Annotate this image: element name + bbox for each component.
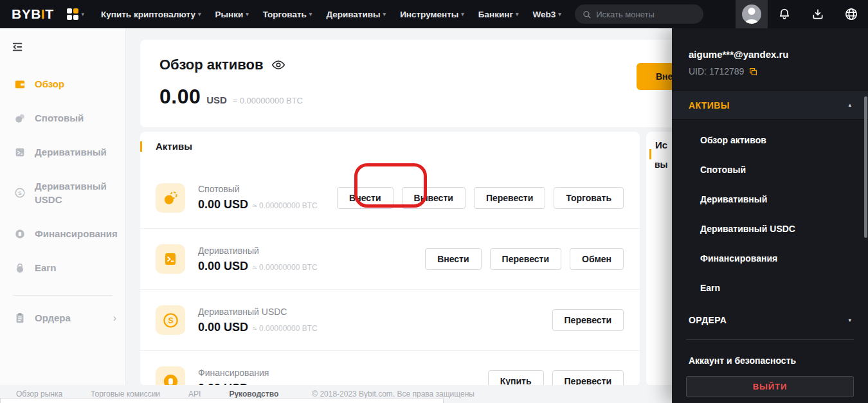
derivatives-asset-icon (156, 244, 185, 274)
chevron-down-icon: ▾ (383, 12, 386, 17)
sidebar-item-derivatives[interactable]: Деривативный (0, 145, 125, 159)
chevron-down-icon: ▾ (198, 12, 201, 17)
footer-link-market-overview[interactable]: Обзор рынка (16, 390, 62, 399)
svg-text:S: S (168, 316, 173, 325)
logout-button[interactable]: ВЫЙТИ (686, 376, 854, 397)
nav-banking[interactable]: Банкинг▾ (478, 10, 519, 19)
sidebar-item-orders[interactable]: Ордера › (0, 311, 125, 325)
derivatives-transfer-button[interactable]: Перевести (490, 248, 561, 270)
panel-item-derivatives[interactable]: Деривативный (672, 194, 868, 204)
sidebar-item-derivatives-usdc[interactable]: S Деривативный USDC (0, 179, 125, 206)
history-section-title-fragment2: вы (655, 159, 668, 170)
sidebar-item-overview[interactable]: Обзор (0, 77, 125, 91)
panel-item-account-security[interactable]: Аккаунт и безопасность (689, 355, 851, 366)
panel-item-earn[interactable]: Earn (672, 283, 868, 293)
bybit-logo[interactable]: BYBIT (12, 6, 54, 22)
total-balance-currency: USD (206, 94, 227, 105)
asset-btc-approx: ≈ 0.00000000 BTC (253, 201, 318, 210)
logo-text: BYB (12, 6, 41, 21)
sidebar-item-label: Обзор (35, 77, 64, 91)
spot-transfer-button[interactable]: Перевести (474, 187, 545, 209)
panel-item-financing[interactable]: Финансирования (672, 253, 868, 264)
spot-trade-button[interactable]: Торговать (554, 187, 624, 209)
asset-row-derivatives-usdc: S Деривативный USDC 0.00 USD ≈ 0.0000000… (140, 289, 640, 350)
language-button[interactable] (835, 7, 868, 21)
asset-amount: 0.00 USD (198, 198, 248, 211)
sidebar-item-label: Earn (35, 261, 56, 274)
sidebar-item-label: Деривативный (35, 145, 107, 159)
sidebar-item-label: Спотовый (35, 111, 84, 125)
spot-asset-icon (156, 183, 185, 213)
sidebar-item-spot[interactable]: Спотовый (0, 111, 125, 125)
chevron-down-icon: ▾ (461, 12, 464, 17)
derivatives-convert-button[interactable]: Обмен (570, 248, 624, 270)
notifications-button[interactable] (768, 8, 801, 21)
usdc-transfer-button[interactable]: Перевести (552, 309, 624, 331)
download-app-button[interactable] (801, 8, 835, 21)
panel-item-spot[interactable]: Спотовый (672, 165, 868, 175)
panel-divider (686, 339, 854, 340)
panel-section-assets[interactable]: АКТИВЫ ▴ (672, 91, 868, 120)
nav-web3[interactable]: Web3▾ (533, 10, 561, 19)
coin-search[interactable] (575, 4, 703, 24)
total-balance-value: 0.00 (159, 85, 201, 109)
download-icon (811, 8, 824, 21)
panel-item-asset-overview[interactable]: Обзор активов (672, 135, 868, 145)
panel-assets-items: Обзор активов Спотовый Деривативный Дери… (672, 135, 868, 293)
main-menu: Купить криптовалюту▾ Рынки▾ Торговать▾ Д… (101, 10, 561, 19)
asset-name: Финансирования (198, 368, 318, 378)
panel-scrollbar[interactable] (864, 96, 867, 238)
clipboard-icon (14, 312, 26, 324)
chevron-down-icon: ▾ (558, 12, 561, 17)
copy-icon[interactable] (749, 67, 757, 76)
sidebar-item-financing[interactable]: Финансирования (0, 227, 125, 240)
funding-circle-icon (14, 228, 26, 240)
history-section-title-fragment: Ис (655, 139, 667, 150)
nav-trade[interactable]: Торговать▾ (263, 10, 312, 19)
spot-withdraw-button[interactable]: Вывести (402, 187, 466, 209)
chevron-down-icon: ▾ (516, 12, 519, 17)
apps-menu-button[interactable]: ▾ (67, 8, 85, 20)
footer-link-guide[interactable]: Руководство (229, 390, 278, 399)
logo-text-suffix: T (45, 6, 53, 21)
sidebar-collapse-button[interactable] (12, 41, 23, 55)
coins-icon (14, 112, 26, 124)
asset-amount: 0.00 USD (198, 321, 248, 334)
search-input[interactable] (596, 10, 696, 19)
nav-buy-crypto[interactable]: Купить криптовалюту▾ (101, 10, 201, 19)
section-accent-bar (140, 141, 142, 152)
account-menu-button[interactable] (736, 0, 768, 28)
panel-orders-header: ОРДЕРА (689, 315, 727, 325)
panel-section-orders[interactable]: ОРДЕРА ▾ (672, 315, 868, 325)
derivatives-deposit-button[interactable]: Внести (425, 248, 481, 270)
sidebar-item-label: Финансирования (35, 227, 111, 240)
footer-link-api[interactable]: API (188, 390, 201, 399)
panel-item-derivatives-usdc[interactable]: Деривативный USDC (672, 224, 868, 234)
eye-icon[interactable] (271, 58, 285, 72)
nav-tools[interactable]: Инструменты▾ (400, 10, 464, 19)
sidebar-item-label: Деривативный USDC (35, 179, 111, 206)
apps-grid-icon (67, 8, 78, 20)
chevron-down-icon: ▾ (848, 318, 851, 323)
chevron-up-icon: ▴ (848, 102, 851, 108)
sidebar-menu: Обзор Спотовый Деривативный S Деривативн… (0, 77, 125, 325)
account-dropdown-panel: aigume***@yandex.ru UID: 1712789 АКТИВЫ … (672, 28, 868, 403)
spot-deposit-button[interactable]: Внести (337, 187, 393, 209)
asset-row-derivatives: Деривативный 0.00 USD ≈ 0.00000000 BTC В… (140, 228, 640, 289)
search-icon (583, 10, 591, 19)
clipped-overlay-box (0, 398, 444, 403)
usdc-asset-icon: S (156, 305, 185, 335)
assets-section-title: Активы (156, 141, 192, 152)
top-navbar: BYBIT ▾ Купить криптовалюту▾ Рынки▾ Торг… (0, 0, 868, 28)
globe-icon (844, 7, 858, 21)
financing-asset-icon (156, 366, 185, 386)
nav-markets[interactable]: Рынки▾ (215, 10, 248, 19)
financing-transfer-button[interactable]: Перевести (552, 370, 624, 386)
sidebar-item-earn[interactable]: Earn (0, 261, 125, 274)
asset-name: Деривативный (198, 246, 318, 256)
financing-buy-button[interactable]: Купить (488, 370, 544, 386)
panel-assets-header: АКТИВЫ (689, 100, 730, 111)
footer-link-trading-fees[interactable]: Торговые комиссии (91, 390, 160, 399)
svg-text:S: S (18, 190, 22, 196)
nav-derivatives[interactable]: Деривативы▾ (326, 10, 386, 19)
